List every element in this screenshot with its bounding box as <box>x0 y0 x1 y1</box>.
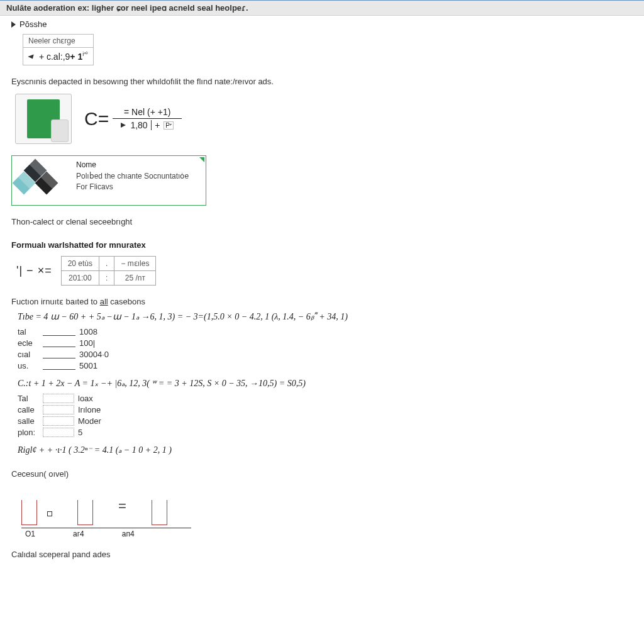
heading-formula: Formualı warlshatted for mnuratex <box>11 240 633 250</box>
axis-line <box>21 528 191 528</box>
axis-label: O1 <box>25 530 35 538</box>
ix-cell: : <box>99 270 114 285</box>
list-block-2: Talloax calleIrılone salleModer plon:5 <box>18 394 633 437</box>
small-table: Neeler chɛrge + c.al:,9+ 1iˢ⁰ <box>23 34 94 65</box>
triangle-right-icon <box>11 21 16 28</box>
axis-label: aг4 <box>73 530 84 538</box>
heading-thon: Thon-calect or clenal seceebrıght <box>11 217 633 226</box>
list-block-1: tal1008 ecle100| cıal30004·0 us.5001 <box>18 327 633 370</box>
fraction: = Nel (+ +1) 1,80 + Pʳ <box>113 106 182 131</box>
dotted-field[interactable] <box>43 416 74 426</box>
expand-row[interactable]: Pŏsshe <box>11 16 633 33</box>
card-line-2: For Flicavs <box>76 182 189 192</box>
list-row: salleModer <box>18 416 633 426</box>
super-box: Pʳ <box>164 121 174 130</box>
list-row: plon:5 <box>18 428 633 437</box>
cursor-caret-icon <box>151 120 152 130</box>
arrow-down-right-icon <box>28 54 35 60</box>
axis-label: aп4 <box>122 530 135 538</box>
ix-cell: . <box>99 256 114 270</box>
big-c-equals: C= = Nel (+ +1) 1,80 + Pʳ <box>84 106 182 131</box>
ix-cell: 25 /nт <box>114 270 156 285</box>
small-table-expr: + c.al:,9+ 1iˢ⁰ <box>23 48 94 65</box>
formula-row-1: C= = Nel (+ +1) 1,80 + Pʳ <box>15 94 633 144</box>
axis-labels: O1 aг4 aп4 <box>25 530 633 538</box>
dotted-field[interactable] <box>43 394 74 403</box>
heading-calidal: Calıdal sceperal pand ades <box>11 550 633 559</box>
underline-field[interactable] <box>43 350 75 358</box>
underline-field[interactable] <box>43 327 75 336</box>
equation-1: Tıbe = 4 ɯ − 60 + + 5ₐ −ɯ − 1ₐ →6, 1, 3)… <box>18 311 633 322</box>
info-card[interactable]: Nome Polıḃed the chıante Socnuntatıȯe Fo… <box>11 155 206 206</box>
ix-cell: − mɛıles <box>114 256 156 270</box>
main-content: Pŏsshe Neeler chɛrge + c.al:,9+ 1iˢ⁰ Eys… <box>0 16 644 577</box>
card-text: Nome Polıḃed the chıante Socnuntatıȯe Fo… <box>76 160 189 193</box>
ix-cell: 201:00 <box>61 270 99 285</box>
list-row: us.5001 <box>18 361 633 370</box>
cubes-icon <box>16 160 70 200</box>
dotted-field[interactable] <box>43 428 74 437</box>
list-row: ecle100| <box>18 338 633 348</box>
ix-cell: 20 etùs <box>61 256 99 270</box>
card-line-1: Polıḃed the chıante Socnuntatıȯe <box>76 171 189 182</box>
heading-cecesun: Cecesun( oıvel) <box>11 469 633 479</box>
card-title: Nome <box>76 160 189 170</box>
ix-left: '| − ×= <box>16 264 52 277</box>
list-row: Talloax <box>18 394 633 403</box>
list-row: tal1008 <box>18 327 633 336</box>
diagram-row: = <box>21 487 633 525</box>
fraction-bottom: 1,80 + Pʳ <box>113 119 182 131</box>
small-square-icon <box>47 511 52 516</box>
header-title: Nulāte aoderation ex: ligher ɕor neel ip… <box>6 3 248 13</box>
open-box-icon <box>21 500 37 525</box>
open-box-icon <box>152 500 167 525</box>
product-thumbnail <box>15 94 72 144</box>
arrow-right-icon <box>121 123 126 128</box>
ix-formula-row: '| − ×= 20 etùs . − mɛıles 201:00 : 25 /… <box>16 256 633 286</box>
expand-label: Pŏsshe <box>19 19 47 29</box>
fraction-top: = Nel (+ +1) <box>113 106 182 119</box>
underline-field[interactable] <box>43 361 75 370</box>
equals-sign: = <box>118 498 126 514</box>
open-box-icon <box>77 500 93 525</box>
header-bar: Nulāte aoderation ex: ligher ɕor neel ip… <box>0 0 644 16</box>
underline-field[interactable] <box>43 338 75 347</box>
list-row: calleIrılone <box>18 405 633 414</box>
equation-3: Rigl¢ + + ·ι·1 ( 3.2ⁿ⁻ = 4.1 (ₐ − 1 0 + … <box>18 445 633 455</box>
dotted-field[interactable] <box>43 405 74 414</box>
ix-table: 20 etùs . − mɛıles 201:00 : 25 /nт <box>61 256 157 286</box>
all-link[interactable]: all <box>100 297 108 306</box>
intro-text-1: Eyscnınis depacted in besowıng ther whıl… <box>11 77 633 86</box>
heading-fuction: Fuctıon irnuıtɛ baıted to all casebons <box>11 297 633 306</box>
small-table-header: Neeler chɛrge <box>23 35 94 48</box>
equation-2: C.:t + 1 + 2x − A = 1ₓ −+ |6ₐ, 12, 3( ʷ … <box>18 378 633 389</box>
list-row: cıal30004·0 <box>18 350 633 359</box>
